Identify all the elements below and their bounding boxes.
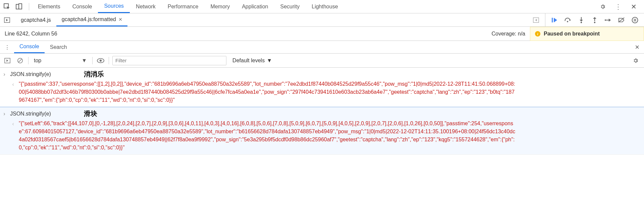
filter-input[interactable] — [112, 56, 226, 65]
sources-file-row: gcaptcha4.js gcaptcha4.js:formatted × — [0, 13, 644, 27]
step-out-icon[interactable] — [591, 16, 598, 24]
svg-rect-22 — [634, 19, 635, 21]
svg-line-27 — [18, 59, 22, 62]
context-label: top — [34, 58, 41, 64]
tab-lighthouse[interactable]: Lighthouse — [306, 0, 344, 13]
file-tab-label: gcaptcha4.js — [21, 17, 51, 23]
paused-banner-text: Paused on breakpoint — [544, 31, 600, 37]
output-chevron-icon: › — [10, 80, 16, 88]
tab-performance[interactable]: Performance — [162, 0, 205, 13]
status-row: Line 6242, Column 56 Coverage: n/a i Pau… — [0, 27, 644, 41]
svg-marker-12 — [580, 20, 583, 21]
tab-console[interactable]: Console — [66, 0, 98, 13]
tab-network[interactable]: Network — [130, 0, 162, 13]
paused-banner: i Paused on breakpoint — [530, 27, 644, 41]
console-output-text: "{"passtime":337,"userresponse":[[1,2],[… — [19, 80, 517, 104]
step-into-icon[interactable] — [578, 16, 585, 24]
file-tab-gcaptcha4-formatted[interactable]: gcaptcha4.js:formatted × — [56, 13, 127, 26]
resume-icon[interactable] — [551, 16, 558, 24]
settings-gear-icon[interactable] — [598, 2, 608, 12]
svg-point-29 — [100, 59, 102, 61]
svg-marker-8 — [554, 18, 557, 22]
console-input-code: JSON.stringify(e) — [10, 111, 51, 117]
clear-console-icon[interactable] — [15, 56, 25, 65]
console-input-code: JSON.stringify(e) — [10, 71, 51, 77]
svg-marker-4 — [6, 19, 8, 21]
console-log-entry[interactable]: › JSON.stringify(e) 消消乐 › "{"passtime":3… — [0, 68, 644, 107]
main-tabs: Elements Console Sources Network Perform… — [32, 0, 598, 13]
pause-on-exceptions-icon[interactable] — [631, 16, 639, 24]
svg-point-10 — [567, 21, 568, 22]
console-log-entry[interactable]: › JSON.stringify(e) 滑块 › "{"setLeft":66,… — [0, 107, 644, 155]
annotation-label: 滑块 — [84, 109, 97, 118]
svg-rect-23 — [635, 19, 636, 21]
console-output-text: "{"setLeft":66,"track":[[44,107,0],[0,-1… — [19, 120, 517, 152]
close-drawer-icon[interactable]: × — [630, 43, 644, 52]
coverage-status: Coverage: n/a — [491, 31, 525, 37]
chevron-down-icon: ▼ — [82, 58, 87, 64]
device-toggle-icon[interactable] — [14, 2, 24, 12]
svg-point-16 — [594, 21, 595, 23]
tab-security[interactable]: Security — [274, 0, 306, 13]
file-tab-gcaptcha4[interactable]: gcaptcha4.js — [15, 13, 56, 26]
file-tab-label: gcaptcha4.js:formatted — [62, 16, 116, 22]
svg-marker-25 — [6, 59, 8, 62]
more-vert-icon[interactable]: ⋮ — [613, 2, 623, 12]
log-levels-select[interactable]: Default levels ▼ — [232, 58, 272, 64]
svg-rect-7 — [552, 18, 553, 22]
svg-marker-18 — [609, 18, 611, 21]
line-column-status: Line 6242, Column 56 — [5, 31, 57, 37]
svg-point-19 — [605, 19, 606, 20]
console-body: › JSON.stringify(e) 消消乐 › "{"passtime":3… — [0, 68, 644, 155]
svg-point-21 — [632, 17, 638, 23]
svg-point-13 — [581, 21, 582, 23]
info-icon: i — [535, 31, 540, 36]
input-chevron-icon: › — [1, 111, 7, 117]
svg-rect-2 — [19, 4, 22, 9]
inspect-icon[interactable] — [2, 2, 12, 12]
live-expression-icon[interactable] — [96, 56, 105, 65]
step-over-icon[interactable] — [564, 16, 572, 24]
execution-context-select[interactable]: top ▼ — [32, 58, 89, 64]
drawer-tab-search[interactable]: Search — [45, 41, 72, 53]
drawer-tab-console[interactable]: Console — [14, 41, 45, 53]
deactivate-breakpoints-icon[interactable] — [618, 16, 625, 24]
input-chevron-icon: › — [1, 71, 7, 77]
levels-label: Default levels — [232, 58, 265, 64]
devtools-top-bar: Elements Console Sources Network Perform… — [0, 0, 644, 13]
output-chevron-icon: › — [10, 120, 16, 128]
svg-marker-15 — [593, 17, 596, 19]
toggle-navigator-icon[interactable] — [2, 15, 12, 25]
close-devtools-icon[interactable]: ✕ — [629, 2, 639, 12]
tab-application[interactable]: Application — [236, 0, 274, 13]
chevron-down-icon: ▼ — [267, 58, 272, 64]
annotation-label: 消消乐 — [84, 70, 104, 79]
drawer-tabs: ⋮ Console Search × — [0, 41, 644, 54]
close-icon[interactable]: × — [119, 16, 122, 23]
svg-marker-6 — [535, 19, 537, 21]
tab-memory[interactable]: Memory — [204, 0, 236, 13]
drawer-more-icon[interactable]: ⋮ — [3, 43, 11, 52]
toggle-console-sidebar-icon[interactable] — [3, 56, 12, 65]
tab-elements[interactable]: Elements — [32, 0, 66, 13]
debugger-controls — [545, 13, 644, 27]
console-toolbar: top ▼ Default levels ▼ — [0, 54, 644, 68]
toggle-debugger-pane-icon[interactable] — [531, 15, 541, 25]
console-settings-icon[interactable] — [630, 58, 641, 64]
tab-sources[interactable]: Sources — [98, 0, 130, 13]
step-icon[interactable] — [604, 16, 612, 24]
